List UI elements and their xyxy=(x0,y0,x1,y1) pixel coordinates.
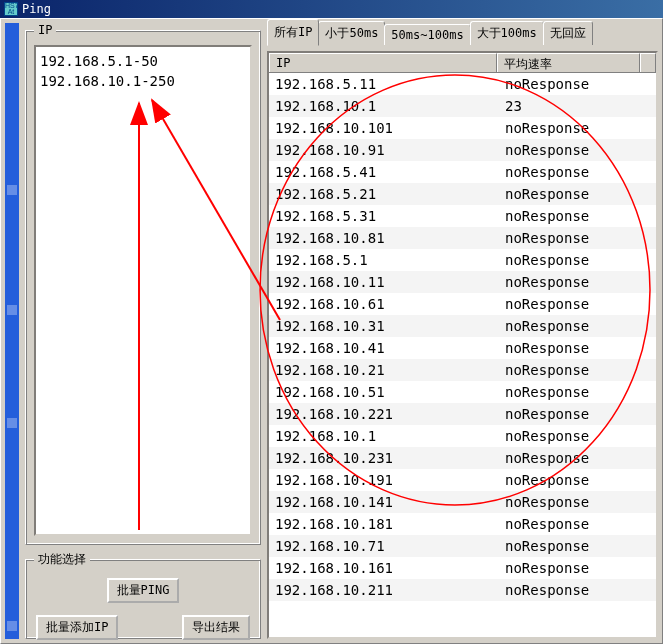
table-row[interactable]: 192.168.10.21noResponse xyxy=(269,359,656,381)
app-icon: HS7At xyxy=(4,2,18,16)
table-row[interactable]: 192.168.10.71noResponse xyxy=(269,535,656,557)
tab-3[interactable]: 大于100ms xyxy=(470,21,544,45)
cell-rate: noResponse xyxy=(499,491,656,513)
cell-ip: 192.168.10.191 xyxy=(269,469,499,491)
batch-add-ip-button[interactable]: 批量添加IP xyxy=(36,615,118,640)
table-row[interactable]: 192.168.10.161noResponse xyxy=(269,557,656,579)
cell-ip: 192.168.10.91 xyxy=(269,139,499,161)
table-row[interactable]: 192.168.10.31noResponse xyxy=(269,315,656,337)
cell-rate: noResponse xyxy=(499,447,656,469)
cell-rate: noResponse xyxy=(499,469,656,491)
table-row[interactable]: 192.168.10.41noResponse xyxy=(269,337,656,359)
desk-icon xyxy=(7,185,17,195)
cell-ip: 192.168.10.41 xyxy=(269,337,499,359)
table-row[interactable]: 192.168.10.81noResponse xyxy=(269,227,656,249)
cell-rate: noResponse xyxy=(499,557,656,579)
table-row[interactable]: 192.168.10.1noResponse xyxy=(269,425,656,447)
window-title: Ping xyxy=(22,0,51,18)
cell-rate: noResponse xyxy=(499,293,656,315)
cell-ip: 192.168.10.1 xyxy=(269,425,499,447)
cell-ip: 192.168.5.1 xyxy=(269,249,499,271)
col-ip-header[interactable]: IP xyxy=(269,53,497,72)
table-row[interactable]: 192.168.10.191noResponse xyxy=(269,469,656,491)
cell-rate: noResponse xyxy=(499,161,656,183)
ip-legend: IP xyxy=(34,23,56,37)
cell-rate: noResponse xyxy=(499,359,656,381)
table-row[interactable]: 192.168.5.41noResponse xyxy=(269,161,656,183)
desk-icon xyxy=(7,418,17,428)
table-row[interactable]: 192.168.10.91noResponse xyxy=(269,139,656,161)
col-spacer xyxy=(640,53,656,72)
table-row[interactable]: 192.168.5.11noResponse xyxy=(269,73,656,95)
tabs-bar: 所有IP小于50ms50ms~100ms大于100ms无回应 xyxy=(267,23,658,45)
cell-rate: 23 xyxy=(499,95,656,117)
cell-rate: noResponse xyxy=(499,513,656,535)
desk-icon xyxy=(7,305,17,315)
table-row[interactable]: 192.168.5.31noResponse xyxy=(269,205,656,227)
cell-ip: 192.168.10.181 xyxy=(269,513,499,535)
left-column: IP 192.168.5.1-50 192.168.10.1-250 功能选择 … xyxy=(25,23,261,639)
table-row[interactable]: 192.168.10.221noResponse xyxy=(269,403,656,425)
ip-ranges-input[interactable]: 192.168.5.1-50 192.168.10.1-250 xyxy=(34,45,252,536)
cell-ip: 192.168.10.141 xyxy=(269,491,499,513)
cell-ip: 192.168.10.31 xyxy=(269,315,499,337)
col-rate-header[interactable]: 平均速率 xyxy=(497,53,640,72)
cell-ip: 192.168.5.41 xyxy=(269,161,499,183)
cell-ip: 192.168.10.61 xyxy=(269,293,499,315)
table-row[interactable]: 192.168.10.123 xyxy=(269,95,656,117)
results-table: IP 平均速率 192.168.5.11noResponse192.168.10… xyxy=(267,51,658,639)
cell-rate: noResponse xyxy=(499,381,656,403)
table-header: IP 平均速率 xyxy=(269,53,656,73)
tab-1[interactable]: 小于50ms xyxy=(318,21,385,45)
cell-rate: noResponse xyxy=(499,205,656,227)
func-fieldset: 功能选择 批量PING 批量添加IP 导出结果 xyxy=(25,551,261,639)
cell-ip: 192.168.10.101 xyxy=(269,117,499,139)
cell-rate: noResponse xyxy=(499,73,656,95)
export-result-button[interactable]: 导出结果 xyxy=(182,615,250,640)
tab-4[interactable]: 无回应 xyxy=(543,21,593,45)
cell-rate: noResponse xyxy=(499,117,656,139)
cell-rate: noResponse xyxy=(499,403,656,425)
cell-ip: 192.168.10.221 xyxy=(269,403,499,425)
desk-icon xyxy=(7,621,17,631)
func-legend: 功能选择 xyxy=(34,551,90,568)
table-row[interactable]: 192.168.10.211noResponse xyxy=(269,579,656,601)
table-row[interactable]: 192.168.10.231noResponse xyxy=(269,447,656,469)
cell-ip: 192.168.10.231 xyxy=(269,447,499,469)
batch-ping-button[interactable]: 批量PING xyxy=(107,578,180,603)
table-body[interactable]: 192.168.5.11noResponse192.168.10.123192.… xyxy=(269,73,656,637)
cell-rate: noResponse xyxy=(499,183,656,205)
cell-ip: 192.168.5.31 xyxy=(269,205,499,227)
cell-rate: noResponse xyxy=(499,249,656,271)
titlebar: HS7At Ping xyxy=(0,0,663,18)
table-row[interactable]: 192.168.10.181noResponse xyxy=(269,513,656,535)
cell-rate: noResponse xyxy=(499,139,656,161)
table-row[interactable]: 192.168.5.21noResponse xyxy=(269,183,656,205)
cell-ip: 192.168.5.21 xyxy=(269,183,499,205)
cell-rate: noResponse xyxy=(499,535,656,557)
table-row[interactable]: 192.168.10.61noResponse xyxy=(269,293,656,315)
desktop-strip xyxy=(5,23,19,639)
cell-rate: noResponse xyxy=(499,315,656,337)
table-row[interactable]: 192.168.5.1noResponse xyxy=(269,249,656,271)
table-row[interactable]: 192.168.10.11noResponse xyxy=(269,271,656,293)
cell-rate: noResponse xyxy=(499,227,656,249)
cell-rate: noResponse xyxy=(499,271,656,293)
cell-ip: 192.168.10.81 xyxy=(269,227,499,249)
cell-rate: noResponse xyxy=(499,425,656,447)
cell-ip: 192.168.10.161 xyxy=(269,557,499,579)
cell-ip: 192.168.10.1 xyxy=(269,95,499,117)
cell-ip: 192.168.5.11 xyxy=(269,73,499,95)
table-row[interactable]: 192.168.10.51noResponse xyxy=(269,381,656,403)
tab-2[interactable]: 50ms~100ms xyxy=(384,24,470,45)
content-area: IP 192.168.5.1-50 192.168.10.1-250 功能选择 … xyxy=(0,18,663,644)
cell-ip: 192.168.10.211 xyxy=(269,579,499,601)
cell-rate: noResponse xyxy=(499,337,656,359)
table-row[interactable]: 192.168.10.141noResponse xyxy=(269,491,656,513)
cell-ip: 192.168.10.11 xyxy=(269,271,499,293)
table-row[interactable]: 192.168.10.101noResponse xyxy=(269,117,656,139)
cell-ip: 192.168.10.51 xyxy=(269,381,499,403)
ip-fieldset: IP 192.168.5.1-50 192.168.10.1-250 xyxy=(25,23,261,545)
right-column: 所有IP小于50ms50ms~100ms大于100ms无回应 IP 平均速率 1… xyxy=(267,23,658,639)
tab-0[interactable]: 所有IP xyxy=(267,19,319,46)
